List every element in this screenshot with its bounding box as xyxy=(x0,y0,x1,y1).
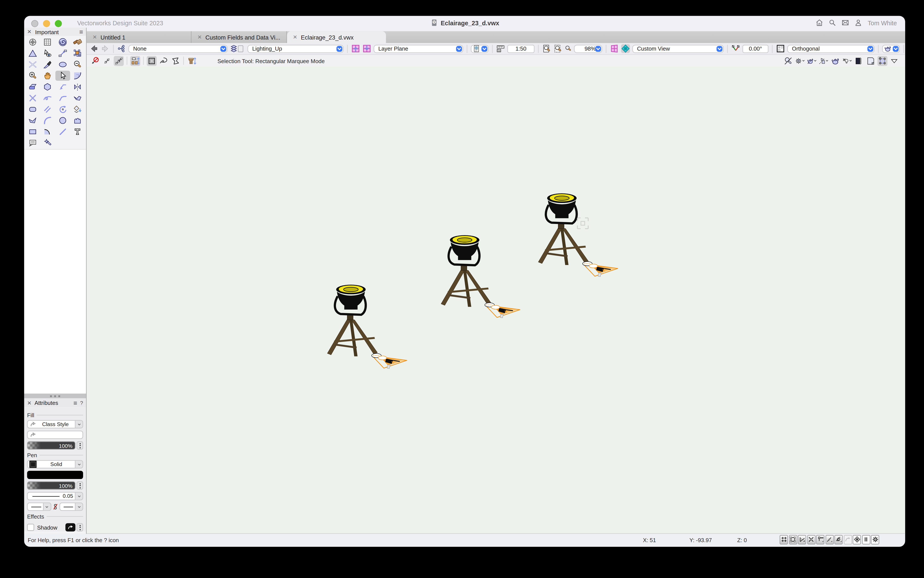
more-tools-chevron-icon[interactable] xyxy=(889,56,899,66)
circle-icon[interactable] xyxy=(55,115,70,125)
callout-line-icon[interactable] xyxy=(55,82,70,92)
fit-to-objects-icon[interactable] xyxy=(542,44,551,53)
move-by-points-icon[interactable] xyxy=(130,56,140,66)
regular-polygon-icon[interactable] xyxy=(40,82,55,92)
polyline-icon[interactable] xyxy=(55,93,70,103)
saved-view-next-icon[interactable] xyxy=(362,44,371,53)
line-icon[interactable] xyxy=(55,127,70,136)
intersection-snap-icon[interactable] xyxy=(807,535,815,544)
light-plan-symbol-2[interactable] xyxy=(483,300,522,318)
render-teapot-icon[interactable] xyxy=(830,56,840,66)
fillet-arc-icon[interactable] xyxy=(70,71,85,81)
chevron-down-icon[interactable] xyxy=(867,46,873,52)
spiral-icon[interactable] xyxy=(55,37,70,47)
palette-drag-handle[interactable] xyxy=(24,394,86,398)
lights-toggle-icon[interactable] xyxy=(842,56,852,66)
user-icon[interactable] xyxy=(854,19,862,26)
rectangle-icon[interactable] xyxy=(25,127,40,136)
class-navigation-icon[interactable] xyxy=(117,44,126,53)
active-layer-dropdown[interactable]: Lighting_Up xyxy=(247,44,344,53)
arc-icon[interactable] xyxy=(40,115,55,125)
tab-close-icon[interactable]: ✕ xyxy=(198,34,202,40)
paint-roller-icon[interactable] xyxy=(70,37,85,47)
chevron-down-icon[interactable] xyxy=(595,46,601,52)
mail-icon[interactable] xyxy=(842,19,849,26)
selection-handles-icon[interactable] xyxy=(877,56,887,66)
drawing-canvas[interactable] xyxy=(87,67,905,534)
polygon-marquee-icon[interactable] xyxy=(170,56,180,66)
start-marker-dropdown[interactable] xyxy=(27,503,51,511)
chevron-down-icon[interactable] xyxy=(336,46,342,52)
magic-wand-icon[interactable] xyxy=(40,138,55,148)
saved-view-previous-icon[interactable] xyxy=(351,44,360,53)
selection-arrow-icon[interactable] xyxy=(55,71,70,81)
tab-close-icon[interactable]: ✕ xyxy=(92,34,97,40)
eraser-icon[interactable] xyxy=(25,82,40,92)
close-icon[interactable]: ✕ xyxy=(27,400,32,406)
window-close-button[interactable] xyxy=(31,20,39,27)
visibility-cursor-icon[interactable] xyxy=(40,49,55,58)
layer-scale-icon[interactable] xyxy=(496,44,505,53)
pen-color-bar[interactable] xyxy=(27,471,83,479)
view-visibility-dropdown[interactable] xyxy=(471,44,489,53)
saved-view-window-icon[interactable] xyxy=(610,44,619,53)
grid-icon[interactable] xyxy=(40,37,55,47)
angle-snap-icon[interactable] xyxy=(798,535,806,544)
saved-view-dropdown[interactable]: Custom View xyxy=(632,44,724,53)
zoom-loupe-icon[interactable] xyxy=(564,44,572,53)
working-plane-snap-icon[interactable] xyxy=(844,535,852,544)
work-light-tripod-2[interactable] xyxy=(437,233,496,307)
light-plan-symbol-3[interactable] xyxy=(581,259,620,277)
snap-loupe-icon[interactable] xyxy=(853,535,861,544)
tab-close-icon[interactable]: ✕ xyxy=(293,34,297,40)
fit-to-page-icon[interactable] xyxy=(553,44,562,53)
end-marker-dropdown[interactable] xyxy=(59,503,83,511)
fill-color-field[interactable] xyxy=(27,431,83,439)
dome-icon[interactable] xyxy=(70,115,85,125)
triangle-icon[interactable] xyxy=(25,49,40,58)
pen-opacity-options-button[interactable] xyxy=(77,481,83,490)
render-mode-dropdown[interactable] xyxy=(882,44,900,53)
rotate-icon[interactable] xyxy=(55,104,70,114)
tool-preferences-icon[interactable] xyxy=(783,56,793,66)
chevron-down-icon[interactable] xyxy=(456,46,462,52)
surface-fold-icon[interactable] xyxy=(70,93,85,103)
clip-boxes-icon[interactable] xyxy=(70,49,85,58)
forward-navigation-icon[interactable] xyxy=(101,44,110,53)
projection-dropdown[interactable]: Orthogonal xyxy=(787,44,875,53)
unlink-markers-icon[interactable] xyxy=(52,503,59,511)
render-options-icon[interactable] xyxy=(807,56,817,66)
smart-edge-snap-icon[interactable] xyxy=(825,535,833,544)
document-tab[interactable]: ✕Eclairage_23_d.vwx xyxy=(287,31,386,43)
palette-menu-icon[interactable]: ≡ xyxy=(79,28,83,36)
window-minimize-button[interactable] xyxy=(43,20,50,27)
zoom-out-icon[interactable] xyxy=(70,59,85,70)
document-tab[interactable]: ✕Untitled 1 xyxy=(87,31,191,43)
tangent-snap-icon[interactable] xyxy=(834,535,843,544)
active-class-dropdown[interactable]: None xyxy=(128,44,227,53)
layer-stack-icon[interactable] xyxy=(230,44,245,53)
chevron-down-icon[interactable] xyxy=(481,46,487,52)
multi-view-panes-icon[interactable] xyxy=(776,44,785,53)
interactive-scaling-disabled-icon[interactable] xyxy=(90,56,100,66)
back-navigation-icon[interactable] xyxy=(90,44,99,53)
pen-style-dropdown[interactable]: Solid xyxy=(27,460,83,468)
layer-scale-field[interactable]: 1:50 xyxy=(507,44,534,53)
quarter-arc-icon[interactable] xyxy=(40,127,55,136)
text-icon[interactable] xyxy=(70,127,85,136)
shadow-options-button[interactable] xyxy=(77,523,83,531)
grid-snap-icon[interactable] xyxy=(780,535,788,544)
zoom-level-dropdown[interactable]: 98% xyxy=(574,44,602,53)
ellipse-icon[interactable] xyxy=(55,59,70,70)
lasso-marquee-icon[interactable] xyxy=(159,56,169,66)
zoom-in-icon[interactable] xyxy=(25,71,40,81)
window-zoom-button[interactable] xyxy=(55,20,62,27)
mirror-icon[interactable] xyxy=(70,82,85,92)
shadow-style-button[interactable] xyxy=(65,523,75,531)
join-x-icon[interactable] xyxy=(25,59,40,70)
fill-opacity-slider[interactable]: 100% xyxy=(27,442,75,450)
pause-snapping-icon[interactable] xyxy=(862,535,870,544)
rotation-angle-field[interactable]: 0.00° xyxy=(742,44,768,53)
help-icon[interactable]: ? xyxy=(80,400,83,406)
object-snap-icon[interactable] xyxy=(789,535,797,544)
